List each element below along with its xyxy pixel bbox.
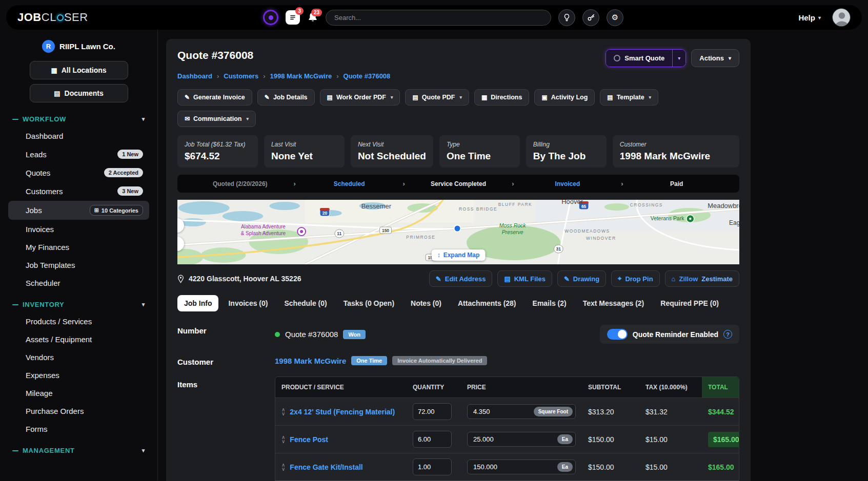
- drop-pin-button[interactable]: ⌖Drop Pin: [611, 270, 660, 287]
- price-field[interactable]: Ea: [467, 459, 576, 474]
- step-quoted[interactable]: Quoted (2/20/2026): [187, 180, 294, 187]
- template-button[interactable]: ▤Template▾: [600, 89, 658, 106]
- sidebar-section-inventory[interactable]: INVENTORY ▾: [4, 292, 153, 312]
- all-locations-button[interactable]: ▦ All Locations: [30, 61, 128, 79]
- map[interactable]: 20 65 11 150 150: [177, 200, 739, 264]
- tasks-badge: 3: [295, 7, 304, 15]
- price-field[interactable]: Ea: [467, 432, 576, 447]
- tab-attachments[interactable]: Attachments (28): [451, 295, 523, 311]
- step-invoiced[interactable]: Invoiced: [514, 180, 621, 187]
- customer-link[interactable]: 1998 Mark McGwire: [275, 357, 346, 365]
- app-logo[interactable]: JOBCLSER: [17, 11, 88, 24]
- sidebar-item-mileage[interactable]: Mileage: [8, 385, 149, 402]
- step-paid[interactable]: Paid: [623, 180, 731, 187]
- attraction-marker-icon[interactable]: [297, 227, 306, 236]
- map-label-hoover: Hoover: [561, 200, 583, 205]
- activity-log-button[interactable]: ▣Activity Log: [534, 89, 595, 106]
- product-link[interactable]: 2x4 12' Stud (Fencing Material): [290, 408, 395, 416]
- sidebar-item-assets-equipment[interactable]: Assets / Equipment: [8, 331, 149, 348]
- quote-pdf-button[interactable]: ▤Quote PDF▾: [405, 89, 469, 106]
- price-input[interactable]: [472, 407, 523, 416]
- company-switcher[interactable]: R RIIPL Lawn Co.: [4, 40, 153, 53]
- ideas-button[interactable]: [558, 9, 575, 26]
- edit-address-button[interactable]: ✎Edit Address: [429, 270, 493, 287]
- sidebar-item-vendors[interactable]: Vendors: [8, 349, 149, 366]
- sidebar-section-management[interactable]: MANAGEMENT ▾: [4, 438, 153, 458]
- sidebar-item-leads[interactable]: Leads 1 New: [8, 145, 149, 163]
- breadcrumb-customer[interactable]: 1998 Mark McGwire: [270, 72, 332, 80]
- job-details-button[interactable]: ✎Job Details: [257, 89, 315, 106]
- price-field[interactable]: Square Foot: [467, 404, 576, 419]
- sidebar-item-my-finances[interactable]: My Finances: [8, 239, 149, 256]
- step-scheduled[interactable]: Scheduled: [296, 180, 403, 187]
- actions-button[interactable]: Actions ▾: [691, 49, 739, 67]
- product-link[interactable]: Fence Post: [290, 435, 328, 444]
- veterans-park-marker-icon[interactable]: [687, 215, 694, 223]
- drawing-button[interactable]: ✎Drawing: [557, 270, 606, 287]
- search-input[interactable]: [326, 10, 551, 26]
- sidebar-item-scheduler[interactable]: Scheduler: [8, 275, 149, 291]
- kml-files-button[interactable]: ▤KML Files: [497, 270, 552, 287]
- smart-quote-dropdown-button[interactable]: ▾: [672, 50, 685, 67]
- tab-required-ppe[interactable]: Required PPE (0): [654, 295, 725, 311]
- breadcrumb-customers[interactable]: Customers: [224, 72, 258, 80]
- sidebar-item-purchase-orders[interactable]: Purchase Orders: [8, 403, 149, 420]
- map-label-eagle: Eagle: [729, 219, 739, 226]
- sidebar-item-dashboard[interactable]: Dashboard: [8, 128, 149, 144]
- sidebar-item-customers[interactable]: Customers 3 New: [8, 182, 149, 200]
- generate-invoice-button[interactable]: ✎Generate Invoice: [177, 89, 252, 106]
- chevron-down-icon: ∨: [281, 412, 285, 416]
- directions-button[interactable]: ▦Directions: [474, 89, 529, 106]
- map-label-adventure-2: & Splash Adventure: [241, 231, 286, 236]
- price-input[interactable]: [472, 463, 523, 471]
- breadcrumb-quote[interactable]: Quote #376008: [344, 72, 391, 80]
- reorder-handle[interactable]: ∧∨: [281, 463, 285, 471]
- expand-map-button[interactable]: ↕ Expand Map: [432, 249, 486, 261]
- help-question-icon[interactable]: ?: [723, 330, 732, 339]
- documents-button[interactable]: ▤ Documents: [30, 84, 128, 102]
- zestimate-label: Zestimate: [701, 275, 733, 283]
- target-icon[interactable]: [263, 10, 278, 25]
- tab-emails[interactable]: Emails (2): [526, 295, 573, 311]
- inventory-title: INVENTORY: [23, 301, 64, 308]
- quantity-input[interactable]: [413, 431, 452, 448]
- tab-tasks[interactable]: Tasks (0 Open): [337, 295, 401, 311]
- api-keys-button[interactable]: [582, 9, 599, 26]
- sidebar-item-quotes[interactable]: Quotes 2 Accepted: [8, 164, 149, 181]
- tasks-button[interactable]: 3: [286, 10, 300, 25]
- won-badge: Won: [343, 330, 366, 339]
- sidebar-item-expenses[interactable]: Expenses: [8, 367, 149, 384]
- customer-row: Customer 1998 Mark McGwire One Time Invo…: [177, 354, 739, 366]
- number-row: Number Quote #376008 Won Quote Reminder …: [177, 323, 739, 344]
- sidebar-section-workflow[interactable]: WORKFLOW ▾: [4, 107, 153, 127]
- tab-job-info[interactable]: Job Info: [177, 295, 218, 311]
- tab-invoices[interactable]: Invoices (0): [221, 295, 274, 311]
- quantity-input[interactable]: [413, 458, 452, 475]
- reorder-handle[interactable]: ∧∨: [281, 435, 285, 443]
- help-menu[interactable]: Help ▾: [798, 13, 821, 22]
- zillow-zestimate-button[interactable]: ⌂ Zillow Zestimate: [665, 270, 739, 287]
- settings-button[interactable]: ⚙: [607, 9, 623, 26]
- reorder-handle[interactable]: ∧∨: [281, 408, 285, 415]
- map-pin-dot[interactable]: [454, 225, 461, 232]
- product-link[interactable]: Fence Gate Kit/Install: [290, 463, 362, 471]
- step-service-completed[interactable]: Service Completed: [405, 180, 512, 187]
- tab-schedule[interactable]: Schedule (0): [277, 295, 333, 311]
- sidebar-item-job-templates[interactable]: Job Templates: [8, 257, 149, 274]
- expand-icon: ↕: [437, 252, 440, 259]
- breadcrumb-dashboard[interactable]: Dashboard: [177, 72, 212, 80]
- communication-button[interactable]: ✉Communication▾: [177, 111, 256, 127]
- work-order-pdf-button[interactable]: ▤Work Order PDF▾: [320, 89, 400, 106]
- quote-reminder-toggle[interactable]: [607, 329, 628, 340]
- sidebar-item-products-services[interactable]: Products / Services: [8, 313, 149, 330]
- quantity-input[interactable]: [413, 403, 452, 420]
- user-avatar[interactable]: [832, 8, 851, 27]
- tab-text-messages[interactable]: Text Messages (2): [576, 295, 651, 311]
- notifications-button[interactable]: 23: [307, 12, 318, 23]
- sidebar-item-forms[interactable]: Forms: [8, 421, 149, 437]
- sidebar-item-jobs[interactable]: Jobs ⊞ 10 Categories: [8, 201, 149, 220]
- sidebar-item-invoices[interactable]: Invoices: [8, 221, 149, 238]
- smart-quote-button[interactable]: Smart Quote: [606, 50, 672, 67]
- tab-notes[interactable]: Notes (0): [404, 295, 448, 311]
- price-input[interactable]: [472, 435, 523, 444]
